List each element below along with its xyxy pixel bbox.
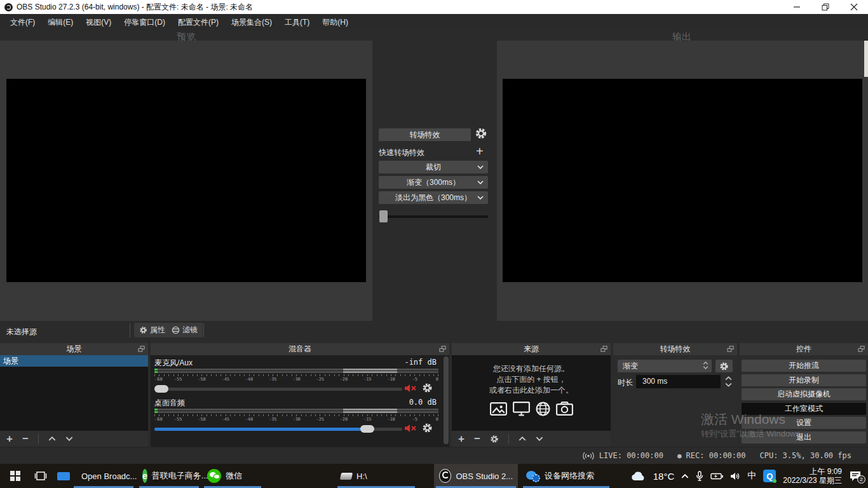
program-video-canvas[interactable]	[503, 79, 862, 282]
popout-icon[interactable]	[858, 346, 865, 353]
window-title: OBS Studio 27.2.3 (64-bit, windows) - 配置…	[17, 2, 253, 13]
green-browser-icon: e	[142, 469, 147, 483]
start-streaming-button[interactable]: 开始推流	[742, 360, 866, 372]
slider-handle[interactable]	[154, 385, 168, 393]
properties-button[interactable]: 属性	[134, 323, 170, 337]
menu-edit[interactable]: 编辑(E)	[41, 14, 79, 30]
battery-icon[interactable]	[710, 473, 723, 480]
qq-tray-icon[interactable]: Q	[763, 470, 776, 482]
volume-slider[interactable]	[154, 424, 402, 434]
quick-transition-fade-to-black[interactable]: 淡出为黑色（300ms）	[379, 191, 488, 204]
menu-profile[interactable]: 配置文件(P)	[172, 14, 225, 30]
transition-type-combo[interactable]: 渐变	[618, 360, 712, 372]
mute-icon[interactable]	[404, 384, 417, 393]
channel-name: 桌面音频	[154, 398, 185, 409]
taskbar-app-device-search[interactable]: 设备网络搜索	[521, 464, 611, 488]
duration-field[interactable]: 300 ms	[636, 375, 721, 388]
gear-icon[interactable]	[422, 423, 433, 433]
taskbar-app-wechat[interactable]: 微信	[202, 464, 263, 488]
windows-taskbar: Open Broadc... e 普联电子商务... 微信 H:\ OBS St…	[0, 464, 868, 488]
task-view-button[interactable]	[28, 464, 53, 488]
slider-handle[interactable]	[360, 425, 374, 433]
taskbar-app-obs[interactable]: OBS Studio 2...	[434, 464, 518, 488]
transition-bar-slider[interactable]	[379, 210, 488, 222]
menu-scene-collection[interactable]: 场景集合(S)	[225, 14, 278, 30]
camera-source-icon	[556, 402, 573, 416]
remove-source-icon[interactable]: −	[474, 433, 480, 444]
device-network-search-icon	[526, 470, 540, 482]
scene-list[interactable]: 场景	[0, 355, 148, 431]
drive-icon	[340, 473, 353, 480]
sources-toolbar: + −	[452, 431, 611, 447]
chevron-down-icon	[477, 196, 484, 200]
scene-list-item-selected[interactable]: 场景	[0, 355, 148, 367]
menu-tools[interactable]: 工具(T)	[278, 14, 316, 30]
obs-studio-window: OBS Studio 27.2.3 (64-bit, windows) - 配置…	[0, 0, 868, 488]
action-center-button[interactable]: 2	[849, 471, 862, 482]
popout-icon[interactable]	[600, 346, 607, 353]
transition-button[interactable]: 转场特效	[379, 128, 471, 141]
chevron-down-icon	[477, 180, 484, 184]
weather-cloud-icon[interactable]	[631, 471, 646, 481]
add-scene-icon[interactable]: +	[6, 433, 13, 444]
move-source-down-icon[interactable]	[536, 437, 543, 441]
menu-file[interactable]: 文件(F)	[4, 14, 41, 30]
mixer-body: 麦克风/Aux -inf dB -60-55-50-45-40-35-30-25…	[151, 355, 449, 447]
restore-button[interactable]	[811, 0, 839, 14]
quick-transition-fade[interactable]: 渐变（300ms）	[379, 176, 488, 189]
popout-icon[interactable]	[439, 346, 446, 353]
popout-icon[interactable]	[727, 346, 734, 353]
gear-icon[interactable]	[422, 383, 433, 393]
source-properties-gear-icon[interactable]	[490, 435, 499, 444]
minimize-button[interactable]	[782, 0, 811, 14]
add-quick-transition-icon[interactable]: +	[476, 145, 484, 158]
menu-bar: 文件(F) 编辑(E) 视图(V) 停靠窗口(D) 配置文件(P) 场景集合(S…	[0, 14, 868, 30]
close-button[interactable]	[839, 0, 868, 14]
move-source-up-icon[interactable]	[519, 437, 526, 441]
taskbar-app-pulian[interactable]: e 普联电子商务...	[137, 464, 201, 488]
duration-spinner[interactable]	[722, 375, 734, 388]
mute-icon[interactable]	[404, 424, 417, 433]
db-scale: -60-55-50-45-40-35-30-25-20-15-10-50	[154, 414, 438, 423]
notification-badge: 2	[857, 475, 865, 484]
mixer-scrollbar[interactable]	[444, 356, 449, 444]
record-dot-icon: ●	[677, 452, 682, 460]
taskbar-app-firefox[interactable]: Open Broadc...	[72, 464, 135, 488]
temperature[interactable]: 18°C	[653, 471, 675, 482]
image-source-icon	[490, 402, 507, 416]
sources-dock: 来源 您还没有添加任何源。 点击下面的 + 按钮， 或者右击此处添加一个。 + …	[452, 343, 611, 447]
menu-help[interactable]: 帮助(H)	[316, 14, 355, 30]
menu-view[interactable]: 视图(V)	[79, 14, 118, 30]
transition-settings-gear-icon[interactable]	[475, 127, 487, 140]
program-panel	[497, 41, 868, 321]
title-bar: OBS Studio 27.2.3 (64-bit, windows) - 配置…	[0, 0, 868, 14]
taskbar-app-hdrive[interactable]: H:\	[336, 464, 417, 488]
taskbar-clock[interactable]: 上午 9:09 2022/3/23 星期三	[783, 467, 842, 485]
filters-button[interactable]: 滤镜	[166, 323, 203, 337]
obs-icon	[439, 469, 451, 483]
transitions-dock-title: 转场特效	[613, 343, 737, 355]
move-scene-down-icon[interactable]	[65, 437, 73, 441]
add-source-icon[interactable]: +	[458, 433, 465, 444]
start-recording-button[interactable]: 开始录制	[742, 374, 866, 386]
quick-transition-cut[interactable]: 裁切	[379, 161, 488, 173]
start-button[interactable]	[0, 464, 31, 488]
transition-properties-gear-icon[interactable]	[715, 360, 733, 372]
move-scene-up-icon[interactable]	[48, 437, 56, 441]
slider-handle[interactable]	[379, 210, 388, 222]
sources-empty-state[interactable]: 您还没有添加任何源。 点击下面的 + 按钮， 或者右击此处添加一个。	[452, 355, 611, 431]
volume-icon[interactable]	[730, 472, 740, 480]
ime-indicator[interactable]: 中	[747, 470, 756, 482]
volume-slider[interactable]	[154, 384, 402, 394]
chevron-down-icon	[477, 165, 484, 169]
microphone-tray-icon[interactable]	[696, 471, 703, 481]
show-hidden-icons-chevron[interactable]	[681, 474, 689, 478]
remove-scene-icon[interactable]: −	[22, 433, 29, 444]
start-virtual-camera-button[interactable]: 启动虚拟摄像机	[742, 388, 866, 400]
windows-activation-watermark-hint: 转到“设置”以激活 Windows。	[701, 428, 808, 440]
preview-video-canvas[interactable]	[6, 79, 366, 282]
toolbar-separator	[38, 434, 39, 444]
popout-icon[interactable]	[138, 346, 145, 353]
menu-docks[interactable]: 停靠窗口(D)	[118, 14, 172, 30]
volume-meter	[154, 411, 438, 413]
